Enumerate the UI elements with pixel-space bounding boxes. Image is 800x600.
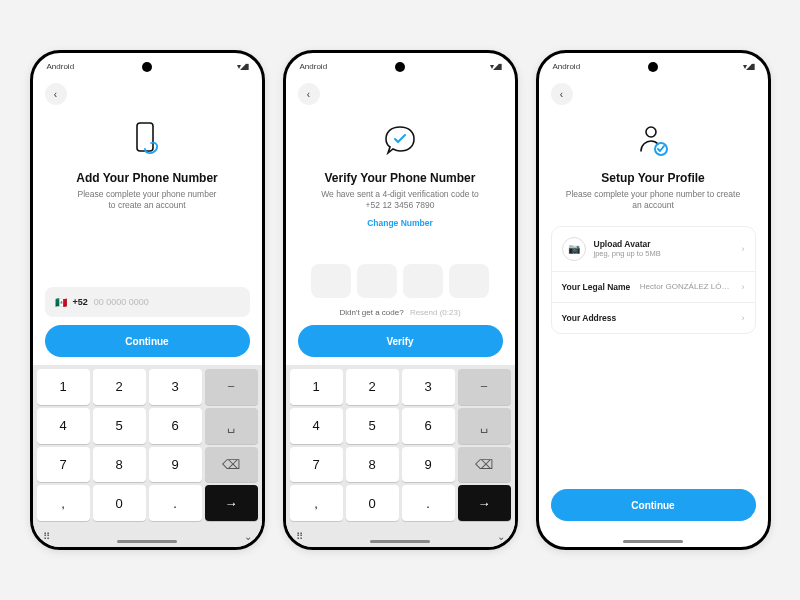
address-row[interactable]: Your Address › bbox=[552, 303, 755, 333]
key-4[interactable]: 4 bbox=[37, 408, 90, 444]
key-5[interactable]: 5 bbox=[346, 408, 399, 444]
page-title: Setup Your Profile bbox=[557, 171, 750, 185]
chevron-left-icon: ‹ bbox=[54, 89, 57, 100]
numeric-keypad: 1 2 3 − 4 5 6 ␣ 7 8 9 ⌫ , 0 . → bbox=[33, 365, 262, 525]
code-digit-4[interactable] bbox=[449, 264, 489, 298]
home-indicator bbox=[370, 540, 430, 543]
page-subtitle: Please complete your phone number to cre… bbox=[51, 189, 244, 212]
key-1[interactable]: 1 bbox=[37, 369, 90, 405]
phone-placeholder: 00 0000 0000 bbox=[94, 297, 149, 307]
name-label: Your Legal Name bbox=[562, 282, 632, 292]
page-title: Verify Your Phone Number bbox=[304, 171, 497, 185]
key-2[interactable]: 2 bbox=[93, 369, 146, 405]
key-period[interactable]: . bbox=[149, 485, 202, 521]
code-digit-2[interactable] bbox=[357, 264, 397, 298]
chat-check-icon bbox=[304, 119, 497, 163]
key-7[interactable]: 7 bbox=[37, 447, 90, 483]
resend-link[interactable]: Resend (0:23) bbox=[410, 308, 461, 317]
key-6[interactable]: 6 bbox=[402, 408, 455, 444]
home-indicator bbox=[117, 540, 177, 543]
page-subtitle: Please complete your phone number to cre… bbox=[557, 189, 750, 212]
key-0[interactable]: 0 bbox=[346, 485, 399, 521]
phone-mockup-verify: Android ▾◢▮ ‹ Verify Your Phone Number W… bbox=[283, 50, 518, 550]
camera-notch bbox=[142, 62, 152, 72]
numeric-keypad: 1 2 3 − 4 5 6 ␣ 7 8 9 ⌫ , 0 . → bbox=[286, 365, 515, 525]
key-period[interactable]: . bbox=[402, 485, 455, 521]
key-0[interactable]: 0 bbox=[93, 485, 146, 521]
key-comma[interactable]: , bbox=[290, 485, 343, 521]
key-4[interactable]: 4 bbox=[290, 408, 343, 444]
phone-mockup-profile: Android ▾◢▮ ‹ Setup Your Profile Please … bbox=[536, 50, 771, 550]
code-digit-1[interactable] bbox=[311, 264, 351, 298]
key-space[interactable]: ␣ bbox=[458, 408, 511, 444]
key-8[interactable]: 8 bbox=[93, 447, 146, 483]
user-check-icon bbox=[557, 119, 750, 163]
keyboard-grid-icon[interactable]: ⠿ bbox=[296, 531, 303, 542]
key-space[interactable]: ␣ bbox=[205, 408, 258, 444]
page-title: Add Your Phone Number bbox=[51, 171, 244, 185]
key-3[interactable]: 3 bbox=[149, 369, 202, 405]
chevron-left-icon: ‹ bbox=[307, 89, 310, 100]
chevron-right-icon: › bbox=[742, 244, 745, 254]
legal-name-row[interactable]: Your Legal Name Hector GONZÁLEZ LÓ… › bbox=[552, 272, 755, 303]
continue-button[interactable]: Continue bbox=[551, 489, 756, 521]
page-subtitle: We have sent a 4-digit verification code… bbox=[304, 189, 497, 212]
back-button[interactable]: ‹ bbox=[45, 83, 67, 105]
svg-rect-0 bbox=[137, 123, 153, 151]
key-enter[interactable]: → bbox=[205, 485, 258, 521]
chevron-right-icon: › bbox=[742, 313, 745, 323]
phone-tap-icon bbox=[51, 119, 244, 163]
platform-label: Android bbox=[300, 62, 328, 71]
key-5[interactable]: 5 bbox=[93, 408, 146, 444]
key-6[interactable]: 6 bbox=[149, 408, 202, 444]
camera-notch bbox=[648, 62, 658, 72]
change-number-link[interactable]: Change Number bbox=[304, 218, 497, 228]
platform-label: Android bbox=[553, 62, 581, 71]
code-digit-3[interactable] bbox=[403, 264, 443, 298]
upload-title: Upload Avatar bbox=[594, 239, 730, 249]
continue-button[interactable]: Continue bbox=[45, 325, 250, 357]
upload-avatar-row[interactable]: 📷 Upload Avatar jpeg, png up to 5MB › bbox=[552, 227, 755, 272]
svg-point-1 bbox=[646, 127, 656, 137]
keyboard-collapse-icon[interactable]: ⌄ bbox=[244, 531, 252, 542]
profile-panel: 📷 Upload Avatar jpeg, png up to 5MB › Yo… bbox=[551, 226, 756, 334]
chevron-right-icon: › bbox=[742, 282, 745, 292]
key-2[interactable]: 2 bbox=[346, 369, 399, 405]
phone-number-input[interactable]: 🇲🇽 +52 00 0000 0000 bbox=[45, 287, 250, 317]
back-button[interactable]: ‹ bbox=[298, 83, 320, 105]
camera-icon: 📷 bbox=[562, 237, 586, 261]
key-8[interactable]: 8 bbox=[346, 447, 399, 483]
key-backspace[interactable]: ⌫ bbox=[458, 447, 511, 483]
code-input-row bbox=[298, 264, 503, 298]
flag-icon: 🇲🇽 bbox=[55, 297, 67, 308]
key-9[interactable]: 9 bbox=[149, 447, 202, 483]
country-prefix: +52 bbox=[73, 297, 88, 307]
back-button[interactable]: ‹ bbox=[551, 83, 573, 105]
resend-row: Didn't get a code? Resend (0:23) bbox=[298, 308, 503, 317]
key-minus[interactable]: − bbox=[458, 369, 511, 405]
name-value: Hector GONZÁLEZ LÓ… bbox=[640, 282, 730, 291]
key-minus[interactable]: − bbox=[205, 369, 258, 405]
key-3[interactable]: 3 bbox=[402, 369, 455, 405]
key-1[interactable]: 1 bbox=[290, 369, 343, 405]
status-icons: ▾◢▮ bbox=[743, 62, 754, 71]
address-label: Your Address bbox=[562, 313, 730, 323]
keyboard-grid-icon[interactable]: ⠿ bbox=[43, 531, 50, 542]
platform-label: Android bbox=[47, 62, 75, 71]
chevron-left-icon: ‹ bbox=[560, 89, 563, 100]
resend-prompt: Didn't get a code? bbox=[339, 308, 403, 317]
status-icons: ▾◢▮ bbox=[237, 62, 248, 71]
key-enter[interactable]: → bbox=[458, 485, 511, 521]
key-7[interactable]: 7 bbox=[290, 447, 343, 483]
key-9[interactable]: 9 bbox=[402, 447, 455, 483]
keyboard-footer: ⠿ ⌄ bbox=[286, 525, 515, 547]
camera-notch bbox=[395, 62, 405, 72]
verify-button[interactable]: Verify bbox=[298, 325, 503, 357]
key-comma[interactable]: , bbox=[37, 485, 90, 521]
phone-mockup-add-number: Android ▾◢▮ ‹ Add Your Phone Number Plea… bbox=[30, 50, 265, 550]
upload-sub: jpeg, png up to 5MB bbox=[594, 249, 730, 258]
keyboard-collapse-icon[interactable]: ⌄ bbox=[497, 531, 505, 542]
keyboard-footer: ⠿ ⌄ bbox=[33, 525, 262, 547]
key-backspace[interactable]: ⌫ bbox=[205, 447, 258, 483]
home-indicator bbox=[623, 540, 683, 543]
